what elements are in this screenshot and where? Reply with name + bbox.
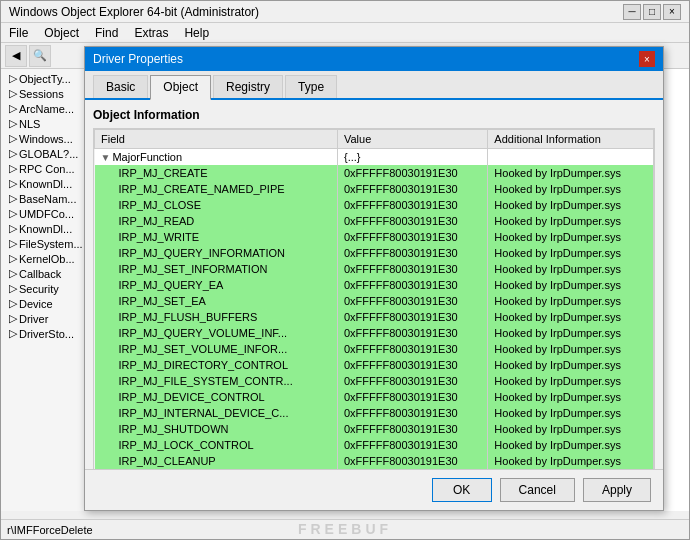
dialog-title-bar: Driver Properties × [85,47,663,71]
table-row[interactable]: IRP_MJ_CREATE_NAMED_PIPE0xFFFFF80030191E… [95,181,654,197]
cell-field: IRP_MJ_DEVICE_CONTROL [95,389,338,405]
table-row[interactable]: IRP_MJ_FLUSH_BUFFERS0xFFFFF80030191E30Ho… [95,309,654,325]
sidebar-item-sessions[interactable]: ▷Sessions [1,86,85,101]
back-button[interactable]: ◀ [5,45,27,67]
menu-find[interactable]: Find [91,26,122,40]
cell-info: Hooked by IrpDumper.sys [488,245,654,261]
cell-field: ▼MajorFunction [95,149,338,166]
cell-value: 0xFFFFF80030191E30 [337,437,487,453]
cancel-button[interactable]: Cancel [500,478,575,502]
sidebar-item-filesystem[interactable]: ▷FileSystem... [1,236,85,251]
table-row[interactable]: IRP_MJ_SHUTDOWN0xFFFFF80030191E30Hooked … [95,421,654,437]
cell-field: IRP_MJ_FLUSH_BUFFERS [95,309,338,325]
sidebar-item-knowndl2[interactable]: ▷KnownDl... [1,221,85,236]
cell-field: IRP_MJ_INTERNAL_DEVICE_C... [95,405,338,421]
cell-info: Hooked by IrpDumper.sys [488,357,654,373]
dialog-title: Driver Properties [93,52,639,66]
dialog-close-button[interactable]: × [639,51,655,67]
menu-extras[interactable]: Extras [130,26,172,40]
sidebar-item-nls[interactable]: ▷NLS [1,116,85,131]
sidebar-item-global[interactable]: ▷GLOBAL?... [1,146,85,161]
tab-registry[interactable]: Registry [213,75,283,98]
sidebar-item-driversto[interactable]: ▷DriverSto... [1,326,85,341]
sidebar-item-arcname[interactable]: ▷ArcName... [1,101,85,116]
cell-value: 0xFFFFF80030191E30 [337,261,487,277]
table-row[interactable]: IRP_MJ_QUERY_EA0xFFFFF80030191E30Hooked … [95,277,654,293]
table-row[interactable]: IRP_MJ_WRITE0xFFFFF80030191E30Hooked by … [95,229,654,245]
dialog-tabs: Basic Object Registry Type [85,71,663,100]
sidebar-item-knowndl1[interactable]: ▷KnownDl... [1,176,85,191]
title-bar: Windows Object Explorer 64-bit (Administ… [1,1,689,23]
cell-info: Hooked by IrpDumper.sys [488,213,654,229]
table-row[interactable]: IRP_MJ_INTERNAL_DEVICE_C...0xFFFFF800301… [95,405,654,421]
dialog-content: Object Information Field Value Additiona… [85,100,663,469]
table-row[interactable]: IRP_MJ_DIRECTORY_CONTROL0xFFFFF80030191E… [95,357,654,373]
cell-info: Hooked by IrpDumper.sys [488,165,654,181]
cell-info: Hooked by IrpDumper.sys [488,341,654,357]
sidebar-item-callback[interactable]: ▷Callback [1,266,85,281]
table-row[interactable]: IRP_MJ_FILE_SYSTEM_CONTR...0xFFFFF800301… [95,373,654,389]
menu-help[interactable]: Help [180,26,213,40]
driver-properties-dialog: Driver Properties × Basic Object Registr… [84,46,664,511]
tab-basic[interactable]: Basic [93,75,148,98]
window-title: Windows Object Explorer 64-bit (Administ… [9,5,623,19]
sidebar-item-basenam[interactable]: ▷BaseNam... [1,191,85,206]
table-row[interactable]: IRP_MJ_LOCK_CONTROL0xFFFFF80030191E30Hoo… [95,437,654,453]
cell-info [488,149,654,166]
dialog-footer: OK Cancel Apply [85,469,663,510]
cell-value: 0xFFFFF80030191E30 [337,229,487,245]
cell-value: 0xFFFFF80030191E30 [337,453,487,469]
sidebar-item-driver[interactable]: ▷Driver [1,311,85,326]
sidebar-item-windows[interactable]: ▷Windows... [1,131,85,146]
table-row[interactable]: IRP_MJ_SET_VOLUME_INFOR...0xFFFFF8003019… [95,341,654,357]
cell-info: Hooked by IrpDumper.sys [488,421,654,437]
cell-field: IRP_MJ_DIRECTORY_CONTROL [95,357,338,373]
cell-value: 0xFFFFF80030191E30 [337,197,487,213]
cell-value: {...} [337,149,487,166]
sidebar-item-umdfc[interactable]: ▷UMDFCo... [1,206,85,221]
table-container[interactable]: Field Value Additional Information ▼Majo… [93,128,655,469]
menu-file[interactable]: File [5,26,32,40]
cell-value: 0xFFFFF80030191E30 [337,357,487,373]
table-row[interactable]: IRP_MJ_QUERY_VOLUME_INF...0xFFFFF8003019… [95,325,654,341]
col-additional: Additional Information [488,130,654,149]
minimize-button[interactable]: ─ [623,4,641,20]
maximize-button[interactable]: □ [643,4,661,20]
apply-button[interactable]: Apply [583,478,651,502]
cell-value: 0xFFFFF80030191E30 [337,389,487,405]
cell-info: Hooked by IrpDumper.sys [488,405,654,421]
cell-field: IRP_MJ_CLEANUP [95,453,338,469]
table-row[interactable]: IRP_MJ_CREATE0xFFFFF80030191E30Hooked by… [95,165,654,181]
cell-field: IRP_MJ_SHUTDOWN [95,421,338,437]
col-field: Field [95,130,338,149]
sidebar-item-kernelob[interactable]: ▷KernelOb... [1,251,85,266]
cell-info: Hooked by IrpDumper.sys [488,389,654,405]
menu-object[interactable]: Object [40,26,83,40]
table-row[interactable]: IRP_MJ_CLEANUP0xFFFFF80030191E30Hooked b… [95,453,654,469]
table-row[interactable]: IRP_MJ_SET_EA0xFFFFF80030191E30Hooked by… [95,293,654,309]
cell-info: Hooked by IrpDumper.sys [488,293,654,309]
table-row[interactable]: IRP_MJ_READ0xFFFFF80030191E30Hooked by I… [95,213,654,229]
sidebar-item-device[interactable]: ▷Device [1,296,85,311]
sidebar-item-security[interactable]: ▷Security [1,281,85,296]
cell-value: 0xFFFFF80030191E30 [337,245,487,261]
tab-type[interactable]: Type [285,75,337,98]
search-button[interactable]: 🔍 [29,45,51,67]
tab-object[interactable]: Object [150,75,211,100]
cell-value: 0xFFFFF80030191E30 [337,293,487,309]
sidebar-item-rpccon[interactable]: ▷RPC Con... [1,161,85,176]
table-row[interactable]: IRP_MJ_QUERY_INFORMATION0xFFFFF80030191E… [95,245,654,261]
menu-bar: File Object Find Extras Help [1,23,689,43]
table-row[interactable]: IRP_MJ_DEVICE_CONTROL0xFFFFF80030191E30H… [95,389,654,405]
title-bar-controls: ─ □ × [623,4,681,20]
cell-value: 0xFFFFF80030191E30 [337,165,487,181]
cell-info: Hooked by IrpDumper.sys [488,197,654,213]
ok-button[interactable]: OK [432,478,492,502]
cell-value: 0xFFFFF80030191E30 [337,341,487,357]
sidebar-item-objectty[interactable]: ▷ObjectTy... [1,71,85,86]
close-button[interactable]: × [663,4,681,20]
table-row[interactable]: IRP_MJ_SET_INFORMATION0xFFFFF80030191E30… [95,261,654,277]
main-window: Windows Object Explorer 64-bit (Administ… [0,0,690,540]
table-row[interactable]: ▼MajorFunction{...} [95,149,654,166]
table-row[interactable]: IRP_MJ_CLOSE0xFFFFF80030191E30Hooked by … [95,197,654,213]
